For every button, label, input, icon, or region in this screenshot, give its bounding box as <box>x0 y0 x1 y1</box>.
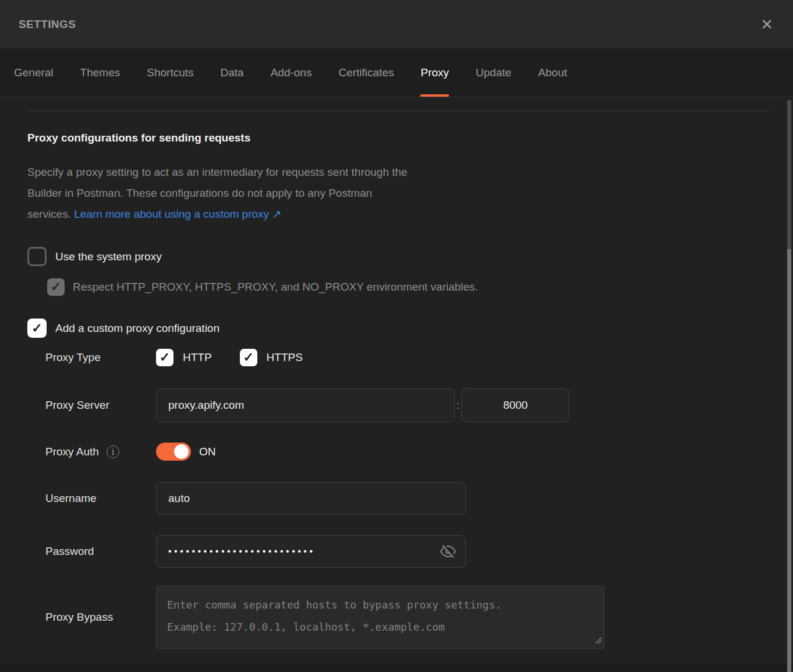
tab-about[interactable]: About <box>538 48 567 97</box>
password-input[interactable]: ••••••••••••••••••••••••• <box>156 535 466 568</box>
check-icon: ✓ <box>160 351 170 364</box>
password-row: Password ••••••••••••••••••••••••• <box>27 535 769 568</box>
description-line: services. <box>27 208 74 220</box>
section-description: Specify a proxy setting to act as an int… <box>27 162 769 225</box>
http-option: ✓ HTTP <box>156 349 212 366</box>
proxy-auth-row: Proxy Auth i ON <box>27 443 769 461</box>
username-row: Username auto <box>27 482 769 515</box>
respect-env-checkbox[interactable]: ✓ <box>47 278 65 296</box>
proxy-server-host-input[interactable]: proxy.apify.com <box>156 388 455 422</box>
use-system-proxy-row: Use the system proxy <box>27 247 769 266</box>
custom-proxy-label: Add a custom proxy configuration <box>55 322 220 335</box>
http-label: HTTP <box>183 351 212 364</box>
settings-dialog: SETTINGS ✕ General Themes Shortcuts Data… <box>0 0 793 672</box>
use-system-proxy-checkbox[interactable] <box>27 247 47 266</box>
toggle-state-label: ON <box>199 445 216 458</box>
proxy-bypass-textarea[interactable]: Enter comma separated hosts to bypass pr… <box>156 586 604 649</box>
resize-handle-icon[interactable] <box>594 636 602 646</box>
host-port-separator: : <box>456 399 459 412</box>
proxy-auth-label: Proxy Auth i <box>45 445 156 458</box>
custom-proxy-row: ✓ Add a custom proxy configuration <box>27 319 769 338</box>
https-checkbox[interactable]: ✓ <box>240 349 257 366</box>
proxy-server-row: Proxy Server proxy.apify.com : 8000 <box>27 388 769 422</box>
username-label: Username <box>45 492 156 505</box>
tab-bar: General Themes Shortcuts Data Add-ons Ce… <box>0 48 793 97</box>
https-option: ✓ HTTPS <box>240 349 303 366</box>
proxy-bypass-placeholder: Enter comma separated hosts to bypass pr… <box>167 594 593 638</box>
footer-strip <box>0 664 793 672</box>
learn-more-link[interactable]: Learn more about using a custom proxy ↗ <box>74 208 281 220</box>
tab-certificates[interactable]: Certificates <box>338 48 394 97</box>
section-heading: Proxy configurations for sending request… <box>27 131 769 144</box>
tab-general[interactable]: General <box>14 48 54 97</box>
tab-data[interactable]: Data <box>221 48 244 97</box>
masked-password: ••••••••••••••••••••••••• <box>168 546 316 557</box>
password-label: Password <box>45 545 156 558</box>
close-icon[interactable]: ✕ <box>760 17 773 32</box>
http-checkbox[interactable]: ✓ <box>156 349 174 366</box>
proxy-server-label: Proxy Server <box>45 399 156 412</box>
divider <box>27 111 769 111</box>
tab-shortcuts[interactable]: Shortcuts <box>147 48 193 97</box>
proxy-bypass-label: Proxy Bypass <box>45 611 156 624</box>
check-icon: ✓ <box>243 351 253 364</box>
respect-env-row: ✓ Respect HTTP_PROXY, HTTPS_PROXY, and N… <box>47 278 769 296</box>
proxy-server-port-input[interactable]: 8000 <box>461 388 569 422</box>
tab-themes[interactable]: Themes <box>80 48 121 97</box>
description-line: Specify a proxy setting to act as an int… <box>27 166 408 178</box>
proxy-type-row: Proxy Type ✓ HTTP ✓ HTTPS <box>27 349 769 366</box>
proxy-settings-panel: Proxy configurations for sending request… <box>0 111 793 649</box>
description-line: Builder in Postman. These configurations… <box>27 187 372 199</box>
eye-off-icon[interactable] <box>440 544 456 560</box>
tab-update[interactable]: Update <box>476 48 511 97</box>
dialog-header: SETTINGS ✕ <box>0 0 793 48</box>
proxy-type-label: Proxy Type <box>45 351 156 364</box>
proxy-bypass-row: Proxy Bypass Enter comma separated hosts… <box>27 586 769 649</box>
tab-addons[interactable]: Add-ons <box>271 48 312 97</box>
dialog-title: SETTINGS <box>19 18 76 31</box>
info-icon[interactable]: i <box>107 445 119 458</box>
toggle-knob <box>174 444 189 459</box>
proxy-auth-toggle[interactable] <box>156 443 191 461</box>
custom-proxy-checkbox[interactable]: ✓ <box>27 319 47 338</box>
check-icon: ✓ <box>51 281 61 293</box>
scrollbar-thumb[interactable] <box>787 249 791 672</box>
respect-env-label: Respect HTTP_PROXY, HTTPS_PROXY, and NO_… <box>73 281 478 293</box>
tab-proxy[interactable]: Proxy <box>420 48 449 97</box>
https-label: HTTPS <box>267 351 303 364</box>
scrollbar-track[interactable] <box>787 100 791 249</box>
username-input[interactable]: auto <box>156 482 466 515</box>
use-system-proxy-label: Use the system proxy <box>55 250 162 263</box>
check-icon: ✓ <box>31 322 42 335</box>
